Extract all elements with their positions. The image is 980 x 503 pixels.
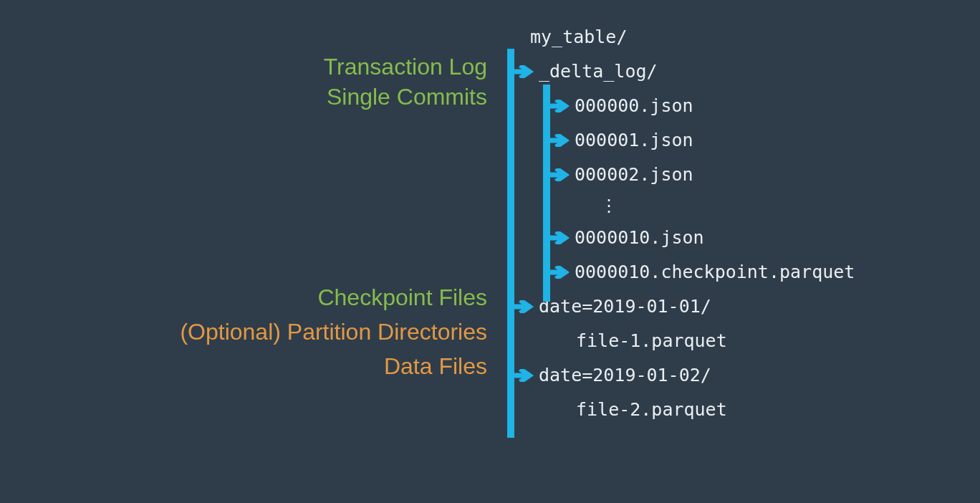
tree-root-label: my_table/ — [530, 20, 627, 54]
tree-partition-1-dir: date=2019-01-02/ — [474, 358, 855, 393]
tree-commit-1: 000001.json — [474, 123, 855, 158]
tree-partition-0-file: file-1.parquet — [501, 324, 855, 358]
tree-delta-log: _delta_log/ — [474, 54, 855, 89]
tree-commit-2: 000002.json — [474, 158, 855, 192]
tree-partition-0-dir: date=2019-01-01/ — [474, 289, 855, 324]
tree-partition-dir-label: date=2019-01-02/ — [539, 358, 711, 393]
tree-commit-label: 0000010.json — [575, 221, 704, 255]
tree-commit-0: 000000.json — [474, 89, 855, 123]
tree-delta-log-label: _delta_log/ — [539, 54, 658, 89]
tree-commit-label: 000000.json — [575, 89, 693, 123]
tree-root: my_table/ — [501, 20, 855, 54]
tree-partition-dir-label: date=2019-01-01/ — [539, 289, 711, 324]
directory-tree: my_table/ _delta_log/ 000000.json 000001… — [501, 20, 855, 427]
tree-checkpoint: 0000010.checkpoint.parquet — [474, 255, 855, 289]
label-checkpoint-files: Checkpoint Files — [317, 283, 487, 313]
label-data-files: Data Files — [384, 352, 487, 382]
tree-partition-1-file: file-2.parquet — [501, 393, 855, 427]
tree-commit-last: 0000010.json — [474, 221, 855, 255]
label-transaction-log: Transaction Log — [324, 52, 487, 82]
tree-commit-label: 000001.json — [575, 123, 693, 158]
tree-partition-file-label: file-2.parquet — [576, 393, 727, 427]
tree-partition-file-label: file-1.parquet — [576, 324, 727, 358]
tree-checkpoint-label: 0000010.checkpoint.parquet — [575, 255, 855, 289]
label-single-commits: Single Commits — [327, 82, 487, 112]
tree-commit-label: 000002.json — [575, 158, 693, 192]
label-partition-dirs: (Optional) Partition Directories — [180, 317, 487, 348]
tree-ellipsis: ⋮ — [501, 192, 855, 221]
tree-trunk-main — [507, 49, 514, 438]
tree-trunk-deltalog — [543, 85, 550, 302]
